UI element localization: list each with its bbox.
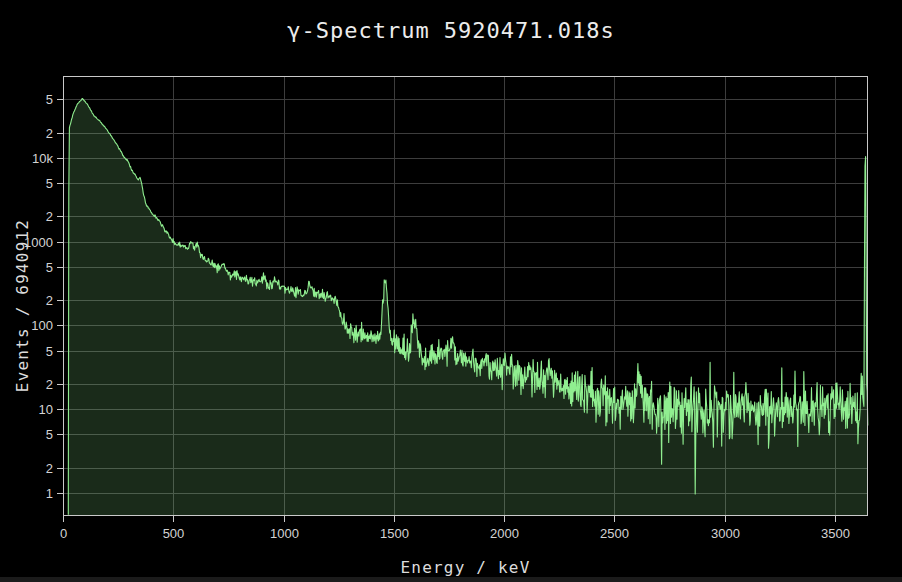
- app-window: γ-Spectrum 5920471.018s 0500100015002000…: [0, 0, 902, 582]
- y-tick-label: 2: [46, 377, 53, 392]
- y-tick-label: 5: [46, 344, 53, 359]
- y-tick-label: 1: [46, 486, 53, 501]
- x-tick-label: 1500: [380, 526, 409, 541]
- y-tick-label: 5: [46, 260, 53, 275]
- bottom-strip: [0, 577, 902, 582]
- y-tick-label: 5: [46, 427, 53, 442]
- y-axis-title: Events / 6940912: [13, 216, 32, 396]
- x-tick-label: 0: [60, 526, 67, 541]
- x-tick-label: 2500: [600, 526, 629, 541]
- chart-canvas[interactable]: 0500100015002000250030003500125102510025…: [0, 0, 902, 582]
- x-tick-label: 3500: [821, 526, 850, 541]
- x-tick-label: 500: [163, 526, 185, 541]
- y-tick-label: 2: [46, 209, 53, 224]
- y-tick-label: 100: [31, 318, 53, 333]
- y-tick-label: 2: [46, 126, 53, 141]
- x-tick-label: 3000: [711, 526, 740, 541]
- x-tick-label: 1000: [270, 526, 299, 541]
- y-tick-label: 2: [46, 293, 53, 308]
- spectrum-area: [68, 99, 868, 516]
- y-tick-label: 2: [46, 461, 53, 476]
- x-axis-title: Energy / keV: [63, 558, 868, 577]
- y-tick-label: 10k: [32, 151, 53, 166]
- x-tick-label: 2000: [490, 526, 519, 541]
- y-tick-label: 10: [39, 402, 53, 417]
- y-tick-label: 5: [46, 176, 53, 191]
- y-tick-label: 5: [46, 92, 53, 107]
